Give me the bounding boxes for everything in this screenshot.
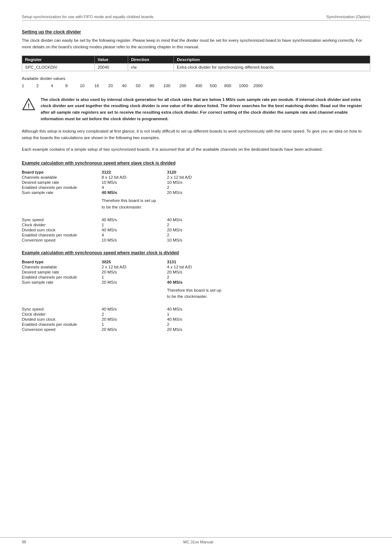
header-left: Setup synchronization for use with FIFO … <box>22 15 154 19</box>
section-intro: The clock divider can easily be set by t… <box>22 37 370 50</box>
example-row2-label: Enabled channels per module <box>22 322 102 327</box>
example-row2-col2: 20 MS/s <box>167 228 232 232</box>
header-right: Synchronization (Option) <box>326 15 370 19</box>
example-row2-label: Sync speed <box>22 307 102 311</box>
divider-value-bot-3: 1000 <box>239 84 253 88</box>
cell-register: SPC_CLOCKDIV <box>22 63 95 71</box>
divider-value-top-6: 20 <box>108 84 122 88</box>
divider-value-top-9: 80 <box>150 84 163 88</box>
warning-text: The clock divider is also used by intern… <box>41 97 370 122</box>
example-row2-label: Clock divider <box>22 223 102 227</box>
example-row2-col2: 2 <box>167 223 232 227</box>
warning-text-bold: The clock divider is also used by intern… <box>41 97 362 121</box>
example-row-label: Board type <box>22 260 102 264</box>
divider-value-top-2: 4 <box>51 84 65 88</box>
col-value: Value <box>94 56 128 63</box>
example-row2-label: Enabled channels per module <box>22 233 102 237</box>
example-row-label: Desired sample rate <box>22 180 102 185</box>
example-row-col2: 20 MS/s <box>167 190 232 195</box>
example-row2-label: Clock divider <box>22 312 102 316</box>
divider-value-top-7: 40 <box>122 84 136 88</box>
example-row-col2: 3131 <box>167 260 232 264</box>
example-row-col1: 20 MS/s <box>102 270 167 274</box>
example-row2-col1: 2 <box>102 312 167 316</box>
example-row-col1: 40 MS/s <box>102 190 167 195</box>
divider-value-bot-0: 400 <box>195 84 210 88</box>
example-row-col2: 2 <box>167 275 232 279</box>
example2-title: Example calculation with synchronous spe… <box>22 250 370 255</box>
example-row2-col2: 40 MS/s <box>167 317 232 321</box>
example-row-col1: 2 x 12 bit A/D <box>102 265 167 269</box>
example-row-col2: 2 x 12 bit A/D <box>167 175 232 179</box>
example-row2-col2: 40 MS/s <box>167 307 232 311</box>
svg-text:!: ! <box>28 102 30 110</box>
example-row2-col2: 2 <box>167 233 232 237</box>
example-note: Therefore this board is set up to be the… <box>167 285 232 302</box>
divider-value-bot-1: 500 <box>210 84 224 88</box>
col-description: Description <box>174 56 370 63</box>
example-row-col2: 3120 <box>167 170 232 174</box>
example-row2-col1: 4 <box>102 233 167 237</box>
example-row2-col1: 1 <box>102 322 167 327</box>
divider-value-top-0: 1 <box>22 84 36 88</box>
para2: Each example contains of a simple setup … <box>22 146 370 153</box>
example-row2-col1: 1 <box>102 223 167 227</box>
example-row-col1: 8 x 12 bit A/D <box>102 175 167 179</box>
example-row2-label: Divided sum clock <box>22 228 102 232</box>
warning-box: ! The clock divider is also used by inte… <box>22 97 370 122</box>
example-row2-col2: 10 MS/s <box>167 238 232 242</box>
example1-title: Example calculation with synchronous spe… <box>22 161 370 166</box>
example-row-col2: 4 x 12 bit A/D <box>167 265 232 269</box>
example-row-label: Desired sample rate <box>22 270 102 274</box>
example-row-label: Sum sample rate <box>22 190 102 195</box>
divider-values: 124810162040508010020040050080010002000 <box>22 84 370 88</box>
example-row2-col1: 40 MS/s <box>102 218 167 222</box>
example-row-col1: 20 MS/s <box>102 280 167 284</box>
example-row-label: Board type <box>22 170 102 174</box>
col-register: Register <box>22 56 95 63</box>
example-row2-col2: 2 <box>167 322 232 327</box>
example-row-col2: 20 MS/s <box>167 270 232 274</box>
example-row2-label: Conversion speed <box>22 327 102 332</box>
available-label: Available divider values <box>22 76 370 81</box>
example-row2-col1: 20 MS/s <box>102 327 167 332</box>
example-row-col1: 3025 <box>102 260 167 264</box>
example-row-label: Sum sample rate <box>22 280 102 284</box>
divider-value-top-8: 50 <box>136 84 150 88</box>
example-row-col1: 3122 <box>102 170 167 174</box>
example-row2-label: Conversion speed <box>22 238 102 242</box>
example-row-col2: 10 MS/s <box>167 180 232 185</box>
cell-value: 20040 <box>94 63 128 71</box>
section-title: Setting up the clock divider <box>22 29 370 35</box>
cell-description: Extra clock divider for synchronizing di… <box>174 63 370 71</box>
example-row2-label: Sync speed <box>22 218 102 222</box>
example-row2-col1: 40 MS/s <box>102 228 167 232</box>
example-note: Therefore this board is set up to be the… <box>102 195 167 212</box>
example-row2-col2: 20 MS/s <box>167 327 232 332</box>
example-row-label: Channels available <box>22 175 102 179</box>
divider-value-bot-4: 2000 <box>253 84 268 88</box>
divider-value-top-3: 8 <box>65 84 80 88</box>
table-row: SPC_CLOCKDIV 20040 r/w Extra clock divid… <box>22 63 370 71</box>
footer-center: MC.31xx Manual <box>183 540 213 544</box>
example-row2-col1: 40 MS/s <box>102 307 167 311</box>
cell-direction: r/w <box>128 63 174 71</box>
example-row-label: Channels available <box>22 265 102 269</box>
divider-value-top-10: 100 <box>163 84 179 88</box>
divider-value-top-5: 16 <box>94 84 108 88</box>
example-row-col1: 10 MS/s <box>102 180 167 185</box>
example-row2-col1: 20 MS/s <box>102 317 167 321</box>
divider-value-bot-2: 800 <box>224 84 239 88</box>
register-table: Register Value Direction Description SPC… <box>22 56 370 71</box>
example-row-label: Enabled channels per module <box>22 185 102 190</box>
example-row-label: Enabled channels per module <box>22 275 102 279</box>
page-footer: 98 MC.31xx Manual <box>0 537 392 544</box>
example-row-col1: 1 <box>102 275 167 279</box>
example-row-col2: 2 <box>167 185 232 190</box>
col-direction: Direction <box>128 56 174 63</box>
divider-value-top-11: 200 <box>179 84 195 88</box>
warning-icon: ! <box>22 97 36 111</box>
example1-grid: Board type31223120Channels available8 x … <box>22 170 370 242</box>
divider-value-top-4: 10 <box>80 84 94 88</box>
example-row2-col1: 10 MS/s <box>102 238 167 242</box>
